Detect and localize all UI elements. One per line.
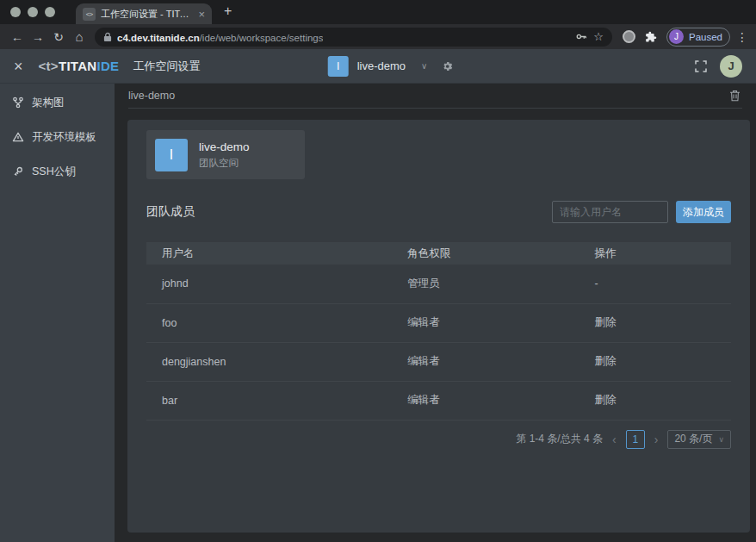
url-path: /ide/web/workspace/settings [200, 33, 324, 43]
table-row: foo 编辑者 删除 [146, 303, 731, 342]
settings-gear-icon[interactable] [441, 60, 453, 72]
cell-role: 管理员 [392, 265, 579, 303]
browser-tabbar: <> 工作空间设置 - TITANIDE × + [0, 0, 756, 24]
lock-icon[interactable] [103, 32, 112, 42]
delete-member-link[interactable]: 删除 [579, 342, 731, 381]
delete-workspace-trash-icon[interactable] [728, 88, 742, 103]
page-size-select[interactable]: 20 条/页 ∨ [667, 430, 731, 449]
ssh-key-icon [12, 165, 24, 178]
table-header-row: 用户名 角色权限 操作 [146, 242, 731, 265]
extension-avatar-icon[interactable] [623, 30, 635, 43]
page-size-value: 20 条/页 [674, 432, 712, 446]
logo-ide: IDE [96, 59, 119, 73]
cell-action: - [579, 265, 731, 303]
sidebar-item-label: SSH公钥 [32, 165, 76, 179]
members-toolbar: 团队成员 添加成员 [146, 201, 731, 223]
url-host: c4.dev.titanide.cn [117, 33, 200, 43]
col-actions: 操作 [579, 242, 731, 265]
content-header: live-demo [128, 84, 742, 109]
page-number-button[interactable]: 1 [626, 430, 645, 449]
col-role: 角色权限 [392, 242, 579, 265]
header-right-group: J [695, 55, 742, 78]
reload-icon[interactable]: ↻ [48, 30, 69, 44]
chevron-down-icon[interactable]: ∨ [421, 61, 427, 71]
col-username: 用户名 [146, 242, 392, 265]
page-prev-icon[interactable]: ‹ [610, 433, 618, 445]
workspace-card-info: live-demo 团队空间 [199, 140, 250, 170]
user-avatar[interactable]: J [720, 55, 742, 78]
workspace-card-avatar: l [155, 139, 188, 171]
browser-profile-button[interactable]: J Paused [666, 28, 730, 47]
window-close-button[interactable] [10, 7, 21, 17]
page-next-icon[interactable]: › [653, 433, 660, 445]
extensions-puzzle-icon[interactable] [645, 31, 657, 43]
profile-avatar: J [669, 29, 684, 44]
delete-member-link[interactable]: 删除 [579, 303, 731, 342]
cell-username: foo [146, 303, 392, 342]
traffic-lights [0, 7, 64, 24]
titanide-logo: <t>TITANIDE [39, 59, 120, 73]
back-icon[interactable]: ← [7, 30, 28, 44]
tab-favicon-code-icon: <> [83, 8, 96, 21]
table-row: johnd 管理员 - [146, 265, 731, 303]
template-triangle-icon [12, 131, 24, 143]
workspace-card-type: 团队空间 [199, 157, 250, 170]
workspace-avatar: l [328, 56, 349, 77]
cell-role: 编辑者 [392, 303, 579, 342]
fullscreen-icon[interactable] [695, 60, 707, 72]
pagination-summary: 第 1-4 条/总共 4 条 [516, 432, 603, 446]
table-row: dengjianshen 编辑者 删除 [146, 342, 731, 381]
select-chevron-icon: ∨ [718, 435, 724, 444]
sidebar: 架构图 开发环境模板 SSH公钥 [0, 84, 115, 542]
sidebar-item-label: 架构图 [32, 96, 65, 110]
sidebar-item-dev-templates[interactable]: 开发环境模板 [0, 120, 115, 154]
pagination: 第 1-4 条/总共 4 条 ‹ 1 › 20 条/页 ∨ [146, 430, 731, 449]
logo-bracket: <t> [39, 59, 59, 73]
sync-paused-label: Paused [689, 32, 722, 42]
forward-icon[interactable]: → [28, 30, 48, 44]
cell-username: dengjianshen [146, 342, 392, 381]
members-section-title: 团队成员 [146, 204, 195, 220]
browser-toolbar: ← → ↻ ⌂ c4.dev.titanide.cn/ide/web/works… [0, 24, 756, 49]
sidebar-item-label: 开发环境模板 [32, 130, 96, 145]
sidebar-item-ssh-keys[interactable]: SSH公钥 [0, 154, 115, 189]
app-header: × <t>TITANIDE 工作空间设置 l live-demo ∨ J [0, 49, 756, 84]
address-bar[interactable]: c4.dev.titanide.cn/ide/web/workspace/set… [95, 28, 612, 47]
table-row: bar 编辑者 删除 [146, 381, 731, 420]
cell-role: 编辑者 [392, 381, 579, 420]
app-body: 架构图 开发环境模板 SSH公钥 live-demo [0, 84, 756, 542]
delete-member-link[interactable]: 删除 [579, 381, 731, 420]
workspace-name: live-demo [357, 59, 406, 72]
sidebar-item-architecture[interactable]: 架构图 [0, 85, 115, 120]
window-minimize-button[interactable] [28, 7, 38, 17]
members-table: 用户名 角色权限 操作 johnd 管理员 - foo [146, 242, 731, 421]
browser-tab[interactable]: <> 工作空间设置 - TITANIDE × [76, 3, 212, 24]
branch-icon [12, 97, 24, 109]
bookmark-star-icon[interactable]: ☆ [593, 30, 604, 43]
cell-username: bar [146, 381, 392, 420]
settings-panel: l live-demo 团队空间 团队成员 添加成员 [127, 120, 750, 533]
workspace-card-name: live-demo [199, 140, 250, 153]
browser-window: <> 工作空间设置 - TITANIDE × + ← → ↻ ⌂ c4.dev.… [0, 0, 756, 542]
username-input[interactable] [552, 201, 668, 223]
tab-title: 工作空间设置 - TITANIDE [101, 8, 193, 21]
app-close-icon[interactable]: × [14, 59, 23, 74]
new-tab-button[interactable]: + [224, 3, 232, 19]
add-member-button[interactable]: 添加成员 [676, 201, 731, 223]
breadcrumb: live-demo [128, 90, 175, 102]
cell-role: 编辑者 [392, 342, 579, 381]
home-icon[interactable]: ⌂ [69, 29, 90, 44]
main-content: live-demo l live-demo 团队空间 团队成员 [115, 84, 756, 542]
password-key-icon[interactable] [575, 30, 588, 43]
cell-username: johnd [146, 265, 392, 303]
workspace-card: l live-demo 团队空间 [146, 130, 305, 179]
tab-close-icon[interactable]: × [198, 8, 205, 21]
window-zoom-button[interactable] [45, 7, 55, 17]
browser-menu-kebab-icon[interactable]: ⋮ [735, 30, 749, 44]
logo-titan: TITAN [59, 59, 97, 73]
workspace-switcher[interactable]: l live-demo ∨ [328, 56, 454, 77]
page-title: 工作空间设置 [133, 59, 200, 74]
